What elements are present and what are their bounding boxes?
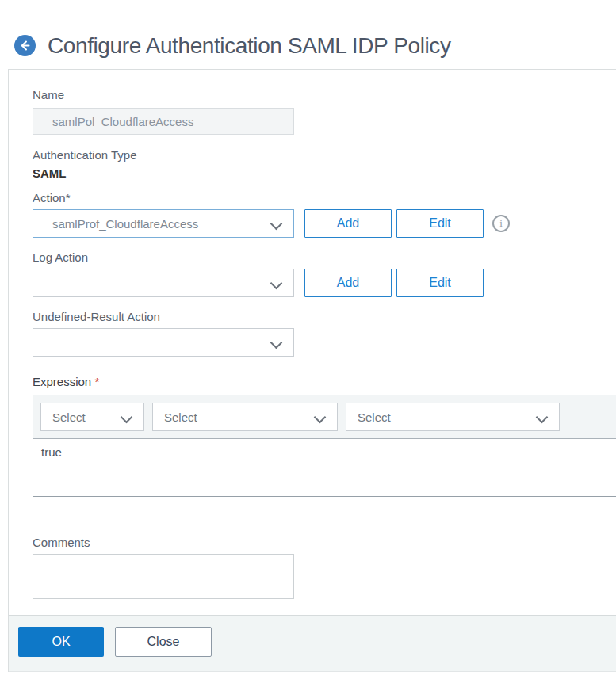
- log-action-edit-button[interactable]: Edit: [396, 269, 484, 297]
- comments-label: Comments: [33, 536, 616, 550]
- auth-type-value: SAML: [33, 166, 616, 180]
- chevron-down-icon: [122, 413, 131, 422]
- expression-select-3[interactable]: Select: [346, 403, 560, 431]
- chevron-down-icon: [272, 338, 281, 347]
- name-input[interactable]: [33, 108, 294, 135]
- required-asterisk: *: [94, 375, 99, 388]
- expression-select-3-value: Select: [346, 411, 391, 424]
- chevron-down-icon: [538, 413, 546, 422]
- info-icon[interactable]: i: [492, 215, 510, 232]
- log-action-select[interactable]: [33, 269, 294, 297]
- expression-select-2-value: Select: [153, 411, 197, 424]
- form-footer: OK Close: [9, 615, 616, 672]
- chevron-down-icon: [316, 413, 324, 422]
- ok-button[interactable]: OK: [18, 627, 104, 657]
- arrow-left-icon: [18, 39, 32, 52]
- expression-select-1[interactable]: Select: [40, 403, 144, 431]
- expression-select-2[interactable]: Select: [152, 403, 338, 431]
- action-edit-button[interactable]: Edit: [396, 209, 484, 238]
- comments-input[interactable]: [33, 554, 294, 599]
- undefined-result-action-select[interactable]: [33, 328, 294, 357]
- action-select-value: samlProf_CloudflareAccess: [33, 217, 293, 231]
- expression-label-text: Expression: [33, 375, 94, 388]
- action-add-button[interactable]: Add: [304, 209, 392, 238]
- expression-toolbar: Select Select Select: [33, 395, 616, 439]
- action-label: Action*: [33, 191, 616, 205]
- log-action-label: Log Action: [33, 250, 616, 265]
- page-title: Configure Authentication SAML IDP Policy: [48, 33, 451, 59]
- chevron-down-icon: [272, 279, 281, 288]
- close-button[interactable]: Close: [115, 627, 212, 657]
- form-panel: Name Authentication Type SAML Action* sa…: [8, 69, 616, 672]
- auth-type-label: Authentication Type: [33, 148, 616, 162]
- expression-builder: Select Select Select true: [33, 395, 616, 497]
- page-header: Configure Authentication SAML IDP Policy: [0, 0, 616, 69]
- name-label: Name: [33, 88, 616, 102]
- expression-input[interactable]: true: [33, 439, 616, 496]
- undefined-result-action-label: Undefined-Result Action: [33, 310, 616, 324]
- log-action-add-button[interactable]: Add: [304, 269, 392, 297]
- chevron-down-icon: [272, 220, 281, 228]
- expression-label: Expression *: [33, 375, 616, 389]
- expression-select-1-value: Select: [41, 411, 86, 424]
- action-select[interactable]: samlProf_CloudflareAccess: [33, 209, 294, 238]
- back-button[interactable]: [14, 35, 36, 56]
